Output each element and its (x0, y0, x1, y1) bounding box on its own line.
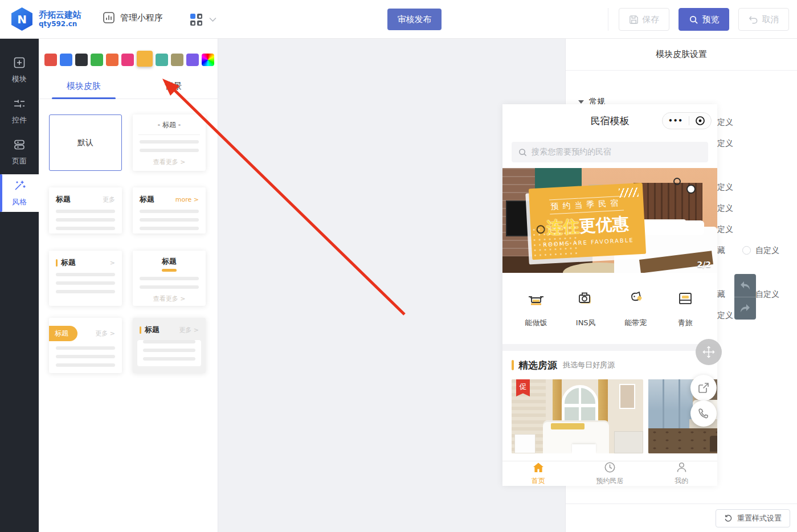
quick-link-item[interactable]: 能带宠 (624, 289, 647, 328)
yellow-bar-icon (140, 326, 141, 334)
color-swatch[interactable] (171, 54, 183, 66)
skin-card-title-more[interactable]: 标题更多 (49, 187, 122, 234)
hostel-bed-icon (676, 289, 695, 310)
section-title: 精选房源 (518, 359, 557, 372)
section-divider (502, 344, 717, 351)
history-controls (734, 274, 756, 320)
skin-card-pill-title[interactable]: 标题更多 > (49, 318, 122, 373)
share-button[interactable] (690, 375, 717, 401)
phone-preview[interactable]: 民宿模板 ••• 搜索您需要预约的民宿 (502, 104, 717, 486)
skin-card-underline-title[interactable]: 标题 查看更多 > (133, 251, 206, 306)
color-swatch[interactable] (106, 54, 118, 66)
quick-link-item[interactable]: INS风 (576, 289, 596, 328)
style-tab[interactable]: 模块皮肤 (39, 74, 129, 99)
featured-section-header: 精选房源 挑选每日好房源 (502, 351, 717, 379)
phone-tab-label: 我的 (675, 476, 688, 486)
color-swatch[interactable] (44, 54, 57, 66)
skin-card-leftbar-title[interactable]: 标题> (49, 251, 122, 306)
undo-arrow-icon (739, 280, 751, 291)
app-root: N 乔拓云建站 qty592.cn 管理小程序 审核发布 保存 预览 (0, 0, 797, 532)
color-swatch[interactable] (121, 54, 134, 66)
skin-template-list: 默认 - 标题 - 查看更多 > 标题更多 标题more > 标题> 标题 (39, 99, 218, 532)
move-crosshair-icon (702, 345, 716, 359)
skin-card-grey-bg[interactable]: 标题更多 > (133, 318, 206, 373)
skin-card-pill-label: 标题 (49, 326, 77, 341)
brand-logo[interactable]: N 乔拓云建站 qty592.cn (10, 7, 81, 31)
preview-label: 预览 (702, 14, 720, 25)
color-swatch[interactable] (75, 54, 88, 66)
phone-tab[interactable]: 预约民居 (574, 461, 646, 486)
settings-panel-title: 模块皮肤设置 (566, 39, 797, 71)
banner-line1: 预约当季民宿 (549, 195, 624, 214)
call-button[interactable] (690, 400, 717, 427)
quick-link-item[interactable]: 能做饭 (525, 289, 547, 328)
save-floppy-icon (629, 15, 639, 24)
rail-item[interactable]: 模块 (0, 51, 39, 89)
phone-tab-label: 首页 (532, 476, 545, 486)
room-card-list: 促 (502, 379, 717, 453)
color-swatch[interactable] (60, 54, 72, 66)
save-button[interactable]: 保存 (619, 8, 669, 31)
color-swatch[interactable] (137, 51, 153, 67)
banner-carousel[interactable]: 预约当季民宿 连住更优惠 ROOMS ARE FAVORABLE 2/2 (502, 168, 717, 273)
rail-item[interactable]: 控件 (0, 92, 39, 130)
search-icon (518, 148, 527, 157)
phone-page-title: 民宿模板 (591, 114, 630, 128)
phone-tabbar: 首页预约民居我的 (502, 461, 717, 486)
skin-card-title-more-en[interactable]: 标题more > (133, 187, 206, 234)
publish-button[interactable]: 审核发布 (387, 9, 442, 30)
sliders-icon (13, 97, 26, 112)
menu-dots-icon[interactable]: ••• (668, 117, 683, 125)
undo-button[interactable] (734, 274, 756, 297)
settings-footer: 重置样式设置 (566, 504, 797, 532)
style-tabs: 模块皮肤背景 (39, 74, 218, 99)
grid-icon (190, 14, 202, 26)
quick-link-item[interactable]: 青旅 (676, 289, 695, 328)
reset-label: 重置样式设置 (737, 513, 782, 523)
search-input[interactable]: 搜索您需要预约的民宿 (512, 142, 708, 162)
target-close-icon[interactable] (695, 116, 705, 126)
manage-miniprogram-button[interactable]: 管理小程序 (103, 11, 163, 24)
redo-button[interactable] (734, 297, 756, 320)
skin-card-more-en: more > (175, 196, 199, 203)
rail-item-label: 页面 (12, 156, 27, 166)
undo-icon (749, 15, 758, 24)
color-swatch[interactable] (186, 54, 199, 66)
skin-card-title: 标题 (61, 257, 76, 268)
radio-option[interactable]: 自定义 (742, 245, 779, 256)
share-icon (697, 382, 710, 394)
skin-card-title: 标题 (145, 325, 160, 335)
skin-default-label: 默认 (77, 138, 93, 148)
skin-card-viewmore: 查看更多 > (133, 158, 206, 166)
skin-card-centered-title[interactable]: - 标题 - 查看更多 > (133, 114, 206, 171)
room-card[interactable]: 促 (512, 379, 643, 453)
logo-domain: qty592.cn (39, 20, 81, 28)
rail-item-label: 模块 (12, 74, 27, 84)
color-swatch[interactable] (156, 54, 168, 66)
home-icon (532, 462, 545, 475)
module-move-handle[interactable] (696, 339, 722, 365)
rainbow-swatch[interactable] (202, 54, 214, 66)
skin-card-title: 标题 (133, 251, 206, 267)
phone-tab[interactable]: 首页 (502, 462, 574, 486)
pages-icon (13, 138, 26, 153)
preview-button[interactable]: 预览 (679, 8, 729, 31)
cancel-button[interactable]: 取消 (738, 8, 789, 31)
plus-square-icon (13, 56, 26, 71)
banner-promo-card: 预约当季民宿 连住更优惠 ROOMS ARE FAVORABLE (529, 183, 646, 260)
rail-item[interactable]: 风格 (0, 174, 39, 212)
rail-item[interactable]: 页面 (0, 133, 39, 171)
reset-style-button[interactable]: 重置样式设置 (716, 509, 790, 527)
apps-grid-button[interactable] (190, 14, 216, 26)
rail-item-label: 控件 (12, 115, 27, 125)
wechat-capsule: ••• (662, 112, 712, 129)
quick-link-label: 能做饭 (525, 318, 547, 328)
skin-card-title: 标题 (140, 194, 154, 204)
rail-item-label: 风格 (12, 197, 27, 207)
skin-card-default[interactable]: 默认 (49, 114, 122, 171)
color-swatch[interactable] (91, 54, 103, 66)
phone-tab[interactable]: 我的 (645, 461, 717, 486)
quick-link-label: 青旅 (678, 318, 693, 328)
style-tab[interactable]: 背景 (129, 74, 219, 99)
left-rail-nav: 模块控件页面风格 (0, 39, 39, 532)
